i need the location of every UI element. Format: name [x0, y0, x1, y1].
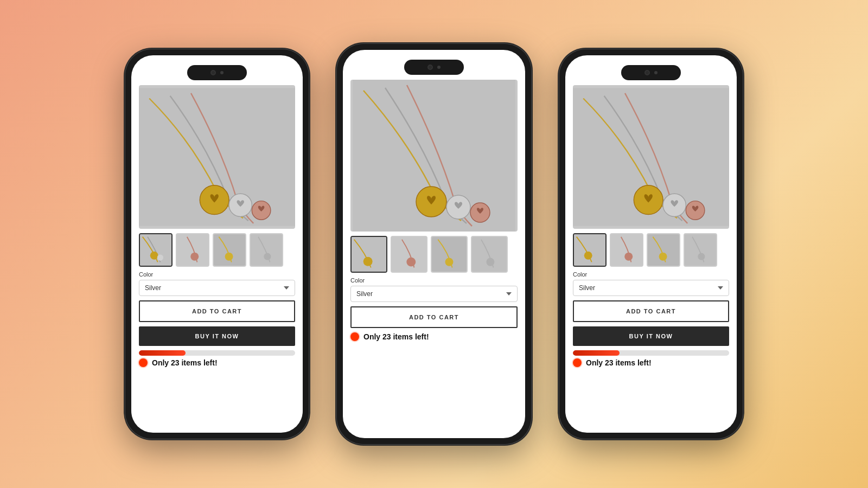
add-to-cart-button-left[interactable]: ADd To CART	[139, 300, 295, 322]
stock-text-right: Only 23 items left!	[586, 358, 652, 367]
svg-point-34	[659, 253, 667, 261]
svg-point-24	[486, 258, 494, 266]
svg-point-18	[363, 257, 373, 266]
stock-text-left: Only 23 items left!	[152, 358, 218, 367]
thumb-3-center[interactable]	[431, 236, 468, 273]
stock-section-center: Only 23 items left!	[350, 332, 518, 341]
phone-notch-right	[621, 65, 681, 80]
progress-fill-left	[139, 350, 186, 356]
color-section-right: Color Silver Gold Rose Gold	[573, 271, 729, 296]
stock-row-left: Only 23 items left!	[139, 358, 295, 367]
svg-point-22	[445, 258, 453, 266]
color-select-left[interactable]: Silver Gold Rose Gold	[139, 280, 295, 296]
buy-now-button-left[interactable]: BUY IT Now	[139, 326, 295, 346]
phone-notch-center	[404, 60, 464, 75]
stock-section-left: Only 23 items left!	[139, 350, 295, 367]
product-image-right	[573, 85, 729, 229]
svg-rect-31	[611, 234, 642, 266]
face-id-dot-right	[654, 71, 658, 74]
svg-rect-35	[685, 234, 716, 266]
thumb-2-left[interactable]	[176, 233, 209, 267]
phone-left: Color Silver Gold Rose Gold ADd To CART …	[108, 49, 326, 439]
thumbnails-left	[139, 233, 295, 267]
color-select-center[interactable]: Silver Gold Rose Gold	[350, 286, 518, 302]
phone-notch-left	[187, 65, 247, 80]
color-label-right: Color	[573, 271, 729, 278]
thumb-3-left[interactable]	[213, 233, 246, 267]
screen-content-right: Color Silver Gold Rose Gold ADD To CART …	[565, 55, 737, 433]
progress-bar-right	[573, 350, 729, 356]
phone-frame-left: Color Silver Gold Rose Gold ADd To CART …	[125, 49, 309, 439]
svg-point-12	[264, 253, 271, 260]
face-id-dot-left	[220, 71, 224, 74]
svg-rect-11	[251, 234, 282, 266]
thumb-1-left[interactable]	[139, 233, 173, 267]
phone-right: Color Silver Gold Rose Gold ADD To CART …	[542, 49, 760, 439]
phone-screen-left: Color Silver Gold Rose Gold ADd To CART …	[131, 55, 303, 433]
phone-frame-right: Color Silver Gold Rose Gold ADD To CART …	[559, 49, 743, 439]
svg-point-10	[225, 253, 233, 261]
svg-point-36	[698, 253, 705, 260]
add-to-cart-button-center[interactable]: ADD To CART	[350, 306, 518, 328]
phone-screen-right: Color Silver Gold Rose Gold ADD To CART …	[565, 55, 737, 433]
svg-rect-9	[214, 234, 245, 266]
buy-now-button-right[interactable]: BUY IT NOw	[573, 326, 729, 346]
svg-rect-33	[648, 234, 679, 266]
progress-fill-right	[573, 350, 620, 356]
phone-center: Color Silver Gold Rose Gold ADD To CART …	[326, 43, 542, 445]
thumbnails-center	[350, 236, 518, 273]
camera-left	[210, 70, 216, 75]
progress-bar-left	[139, 350, 295, 356]
stock-row-right: Only 23 items left!	[573, 358, 729, 367]
thumb-4-left[interactable]	[250, 233, 283, 267]
svg-rect-21	[432, 237, 467, 272]
svg-point-6	[157, 254, 163, 260]
product-image-center	[350, 80, 518, 232]
camera-center	[427, 65, 433, 70]
color-select-right[interactable]: Silver Gold Rose Gold	[573, 280, 729, 296]
red-dot-right	[573, 358, 582, 367]
screen-content-center: Color Silver Gold Rose Gold ADD To CART …	[343, 50, 525, 438]
svg-point-5	[150, 252, 158, 260]
svg-point-8	[190, 253, 199, 261]
stock-row-center: Only 23 items left!	[350, 332, 518, 341]
thumb-1-center[interactable]	[350, 236, 387, 273]
stock-section-right: Only 23 items left!	[573, 350, 729, 367]
color-section-left: Color Silver Gold Rose Gold	[139, 271, 295, 296]
color-section-center: Color Silver Gold Rose Gold	[350, 277, 518, 302]
thumb-3-right[interactable]	[647, 233, 680, 267]
thumbnails-right	[573, 233, 729, 267]
svg-point-32	[624, 253, 633, 261]
thumb-1-right[interactable]	[573, 233, 607, 267]
svg-rect-19	[392, 237, 426, 272]
camera-right	[644, 70, 650, 75]
red-dot-left	[139, 358, 148, 367]
thumb-4-center[interactable]	[471, 236, 508, 273]
svg-rect-23	[472, 237, 507, 272]
add-to-cart-button-right[interactable]: ADD To CART	[573, 300, 729, 322]
red-dot-center	[350, 332, 359, 341]
thumb-4-right[interactable]	[684, 233, 717, 267]
thumb-2-center[interactable]	[391, 236, 427, 273]
screen-content-left: Color Silver Gold Rose Gold ADd To CART …	[131, 55, 303, 433]
phone-frame-center: Color Silver Gold Rose Gold ADD To CART …	[336, 43, 532, 445]
svg-point-30	[584, 252, 592, 260]
product-image-left	[139, 85, 295, 229]
color-label-center: Color	[350, 277, 518, 284]
face-id-dot-center	[437, 66, 441, 69]
svg-point-20	[406, 258, 416, 267]
thumb-2-right[interactable]	[610, 233, 643, 267]
color-label-left: Color	[139, 271, 295, 278]
svg-rect-7	[177, 234, 208, 266]
phone-screen-center: Color Silver Gold Rose Gold ADD To CART …	[343, 50, 525, 438]
stock-text-center: Only 23 items left!	[363, 332, 429, 341]
